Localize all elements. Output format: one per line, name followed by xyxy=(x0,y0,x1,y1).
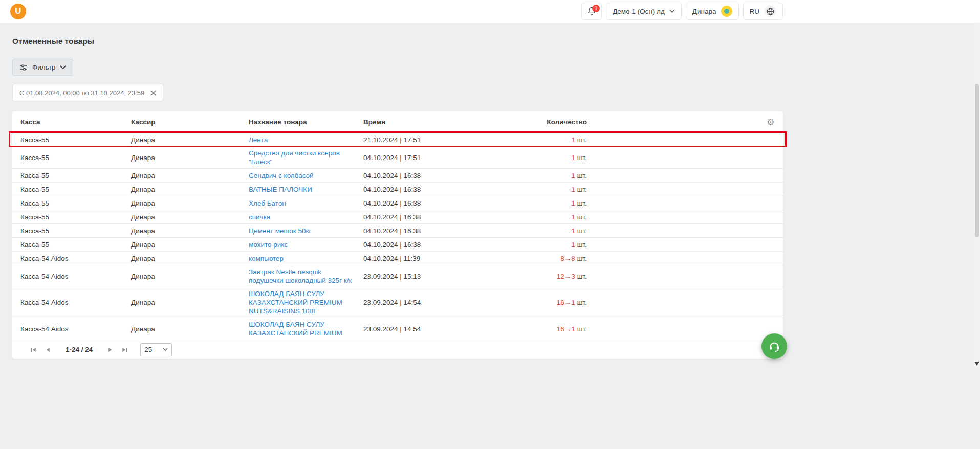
column-header-product: Название товара xyxy=(249,118,363,126)
next-page-button[interactable] xyxy=(104,344,116,355)
cell-product: Средство для чистки ковров "Блеск" xyxy=(249,149,363,166)
next-page-icon xyxy=(106,346,114,354)
app-logo-letter: U xyxy=(15,6,21,16)
cell-time: 23.09.2024 | 15:13 xyxy=(363,272,491,281)
cell-kassa: Касса-55 xyxy=(20,185,131,194)
cell-cashier: Динара xyxy=(131,325,249,333)
cell-product: ШОКОЛАД БАЯН СУЛУ КАЗАХСТАНСКИЙ PREMIUM xyxy=(249,320,363,338)
cell-quantity: 1шт. xyxy=(491,240,587,249)
quantity-unit: шт. xyxy=(577,325,587,333)
chevron-down-icon xyxy=(163,348,168,351)
quantity-value: 16→1 xyxy=(557,299,575,306)
cell-kassa: Касса-55 xyxy=(20,171,131,180)
filter-button-label: Фильтр xyxy=(32,63,55,71)
table-row: Касса-55 Динара Лента 21.10.2024 | 17:51… xyxy=(12,132,783,146)
page-size-value: 25 xyxy=(144,346,152,353)
product-link[interactable]: ШОКОЛАД БАЯН СУЛУ КАЗАХСТАНСКИЙ PREMIUM … xyxy=(249,290,342,315)
prev-page-button[interactable] xyxy=(42,344,54,355)
cell-cashier: Динара xyxy=(131,298,249,307)
scrollbar-thumb[interactable] xyxy=(975,84,979,237)
cell-cashier: Динара xyxy=(131,254,249,263)
table-row: Касса-55 Динара Цемент мешок 50кг 04.10.… xyxy=(12,223,783,237)
globe-icon xyxy=(764,5,776,17)
page-size-select[interactable]: 25 xyxy=(140,343,172,356)
cell-time: 04.10.2024 | 17:51 xyxy=(363,153,491,162)
avatar-emblem xyxy=(724,9,729,14)
chevron-down-icon xyxy=(669,9,675,13)
product-link[interactable]: Хлеб Батон xyxy=(249,199,286,207)
filter-button[interactable]: Фильтр xyxy=(12,59,73,76)
product-link[interactable]: ВАТНЫЕ ПАЛОЧКИ xyxy=(249,186,312,193)
quantity-unit: шт. xyxy=(577,172,587,179)
user-menu[interactable]: Динара xyxy=(686,3,739,20)
cell-time: 04.10.2024 | 16:38 xyxy=(363,199,491,208)
cell-kassa: Касса-54 Aidos xyxy=(20,325,131,333)
cell-quantity: 8→8шт. xyxy=(491,254,587,263)
quantity-value: 1 xyxy=(571,241,575,249)
table-row: Касса-55 Динара мохито рикс 04.10.2024 |… xyxy=(12,237,783,251)
remove-filter-button[interactable] xyxy=(150,90,156,96)
cell-product: Сендвич с колбасой xyxy=(249,171,363,180)
column-header-quantity: Количество xyxy=(491,118,587,126)
quantity-unit: шт. xyxy=(577,241,587,249)
vertical-scrollbar xyxy=(974,23,980,368)
table-row: Касса-54 Aidos Динара Завтрак Nestle nes… xyxy=(12,265,783,287)
active-filters: С 01.08.2024, 00:00 по 31.10.2024, 23:59 xyxy=(12,84,785,101)
product-link[interactable]: мохито рикс xyxy=(249,241,288,249)
topbar: U 1 Демо 1 (Осн) лд Динара xyxy=(0,0,980,23)
product-link[interactable]: компьютер xyxy=(249,255,284,262)
cell-quantity: 1шт. xyxy=(491,227,587,235)
cell-product: Завтрак Nestle nesquik подушечки шоколад… xyxy=(249,267,363,285)
product-link[interactable]: Цемент мешок 50кг xyxy=(249,227,311,235)
cell-time: 04.10.2024 | 16:38 xyxy=(363,171,491,180)
cell-quantity: 1шт. xyxy=(491,153,587,162)
cell-cashier: Динара xyxy=(131,136,249,144)
topbar-inner: U 1 Демо 1 (Осн) лд Динара xyxy=(0,0,795,23)
cell-cashier: Динара xyxy=(131,199,249,208)
table-row: Касса-54 Aidos Динара ШОКОЛАД БАЯН СУЛУ … xyxy=(12,318,783,340)
product-link[interactable]: Сендвич с колбасой xyxy=(249,172,314,179)
cell-product: ШОКОЛАД БАЯН СУЛУ КАЗАХСТАНСКИЙ PREMIUM … xyxy=(249,289,363,316)
product-link[interactable]: Завтрак Nestle nesquik подушечки шоколад… xyxy=(249,268,352,284)
last-page-button[interactable] xyxy=(119,344,130,355)
cell-kassa: Касса-55 xyxy=(20,199,131,208)
gear-icon[interactable]: ⚙ xyxy=(767,118,775,127)
product-link[interactable]: Средство для чистки ковров "Блеск" xyxy=(249,149,340,166)
app-logo[interactable]: U xyxy=(10,4,26,19)
notifications-button[interactable]: 1 xyxy=(581,3,602,20)
cell-quantity: 1шт. xyxy=(491,213,587,221)
support-button[interactable] xyxy=(761,333,787,359)
main-content: Отмененные товары Фильтр С 01.08.2024, 0… xyxy=(0,37,797,359)
cell-product: мохито рикс xyxy=(249,240,363,249)
cell-time: 23.09.2024 | 14:54 xyxy=(363,298,491,307)
cell-kassa: Касса-55 xyxy=(20,240,131,249)
quantity-value: 1 xyxy=(571,186,575,193)
quantity-value: 1 xyxy=(571,172,575,179)
cell-cashier: Динара xyxy=(131,272,249,281)
product-link[interactable]: Лента xyxy=(249,136,268,144)
quantity-unit: шт. xyxy=(577,186,587,193)
cell-cashier: Динара xyxy=(131,171,249,180)
cell-product: Лента xyxy=(249,136,363,144)
quantity-value: 12→3 xyxy=(557,273,575,280)
cell-cashier: Динара xyxy=(131,185,249,194)
cancelled-items-table: Касса Кассир Название товара Время Колич… xyxy=(12,111,783,359)
date-filter-label: С 01.08.2024, 00:00 по 31.10.2024, 23:59 xyxy=(19,89,144,97)
table-row: Касса-55 Динара Хлеб Батон 04.10.2024 | … xyxy=(12,196,783,210)
quantity-value: 1 xyxy=(571,136,575,144)
cell-kassa: Касса-55 xyxy=(20,227,131,235)
cell-kassa: Касса-55 xyxy=(20,153,131,162)
cell-product: Хлеб Батон xyxy=(249,199,363,208)
table-row: Касса-55 Динара спичка 04.10.2024 | 16:3… xyxy=(12,210,783,223)
language-selector[interactable]: RU xyxy=(743,3,783,20)
product-link[interactable]: спичка xyxy=(249,213,270,221)
scroll-down-arrow-icon[interactable] xyxy=(974,362,979,366)
first-page-button[interactable] xyxy=(28,344,39,355)
column-header-time: Время xyxy=(363,118,491,126)
date-filter-chip: С 01.08.2024, 00:00 по 31.10.2024, 23:59 xyxy=(12,84,163,101)
quantity-unit: шт. xyxy=(577,255,587,262)
branch-selector[interactable]: Демо 1 (Осн) лд xyxy=(606,3,682,20)
product-link[interactable]: ШОКОЛАД БАЯН СУЛУ КАЗАХСТАНСКИЙ PREMIUM xyxy=(249,321,342,337)
first-page-icon xyxy=(29,346,37,354)
cell-kassa: Касса-54 Aidos xyxy=(20,298,131,307)
